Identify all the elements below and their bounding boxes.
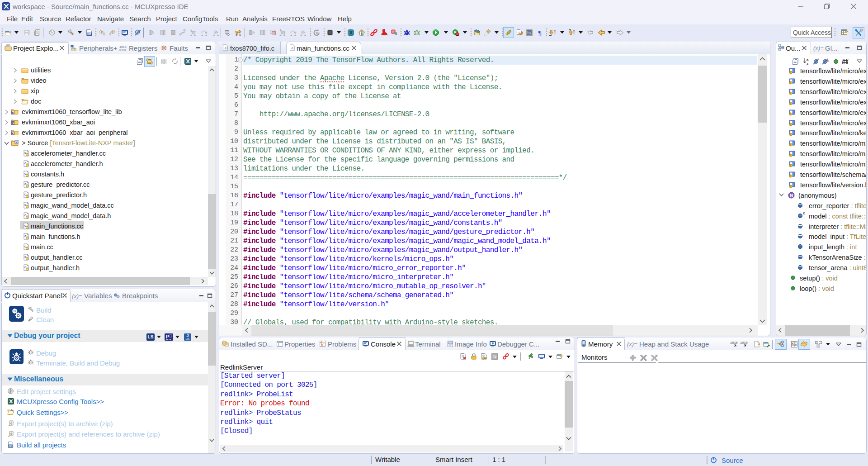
svg-text:C: C [16,140,18,144]
svg-text:!: ! [790,92,791,95]
svg-text:C: C [12,132,14,136]
svg-text:!: ! [790,113,791,115]
svg-text:!: ! [790,133,791,136]
svg-text:!: ! [790,185,791,188]
svg-text:!: ! [790,102,791,105]
svg-text:N: N [790,193,793,198]
svg-text:!: ! [790,175,791,177]
svg-text:¶: ¶ [538,29,542,37]
svg-text:1010: 1010 [119,45,127,48]
svg-text:!: ! [790,164,791,167]
svg-text:C: C [12,111,14,115]
svg-text:!: ! [790,71,791,74]
svg-text:0101: 0101 [119,48,127,52]
svg-text:!: ! [790,123,791,126]
svg-text:!: ! [790,154,791,157]
svg-text:P: P [166,334,169,339]
svg-text:010: 010 [9,445,13,447]
svg-text:!: ! [790,81,791,84]
svg-text:.c: .c [291,46,294,50]
svg-text:010: 010 [88,33,92,36]
svg-text:1010: 1010 [740,341,748,345]
svg-text:.c: .c [224,46,227,50]
svg-text:1010: 1010 [730,341,738,345]
svg-text:C: C [12,122,14,125]
svg-text:!: ! [790,143,791,146]
